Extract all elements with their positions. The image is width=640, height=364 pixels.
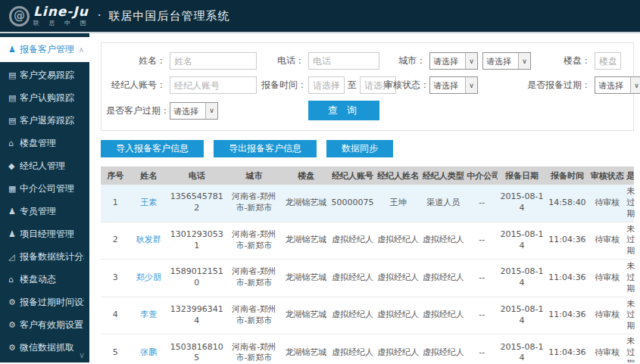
cell-phone: 15038168105 — [167, 334, 226, 362]
phone-input[interactable] — [308, 52, 379, 70]
search-button[interactable]: 查 询 — [308, 101, 379, 120]
sidebar-item[interactable]: ◆ 经纪人管理 — [0, 154, 89, 177]
sidebar-item-label: 楼盘管理 — [20, 137, 56, 150]
sidebar-item[interactable]: ▤ 客户交易跟踪 — [0, 64, 89, 86]
sidebar-item[interactable]: ♟ 报备客户管理 ∧ — [0, 37, 89, 62]
table-row[interactable]: 2 耿发群 13012930531 河南省-郑州市-新郑市 龙湖锦艺城 虚拟经纪… — [101, 222, 634, 260]
sidebar-item-icon: ⌂ — [8, 275, 20, 285]
cell-name-link[interactable]: 郑少朋 — [130, 260, 167, 297]
sidebar-item-label: 项目经理管理 — [20, 228, 74, 241]
sidebar-item-label: 专员管理 — [20, 205, 56, 218]
report-expired-select[interactable]: 请选择 ∨ — [595, 76, 640, 94]
page-title: 联居中国后台管理系统 — [108, 9, 229, 23]
cell-agent-name: 虚拟经纪人 — [376, 222, 421, 260]
sidebar-item-icon: ♟ — [8, 207, 20, 216]
cell-report-time: 11:04:36 — [546, 297, 588, 334]
sidebar-item[interactable]: ▤ 客户认购跟踪 — [0, 86, 89, 109]
customer-expired-label: 是否客户过期： — [106, 104, 170, 117]
col-header-city: 城市 — [226, 166, 282, 185]
cell-phone: 13565457812 — [167, 185, 226, 222]
cell-company: -- — [466, 334, 498, 362]
cell-name-link[interactable]: 耿发群 — [130, 222, 167, 260]
sidebar-item[interactable]: ▤ 客户退筹跟踪 — [0, 109, 89, 132]
import-customers-button[interactable]: 导入报备客户信息 — [101, 140, 204, 157]
cell-report-date: 2015-08-14 — [498, 297, 545, 334]
cell-estate: 龙湖锦艺城 — [282, 260, 329, 297]
cell-estate: 龙湖锦艺城 — [282, 185, 329, 222]
cell-estate: 龙湖锦艺城 — [282, 222, 329, 260]
data-sync-button[interactable]: 数据同步 — [326, 140, 393, 157]
cell-agent-name: 虚拟经纪人 — [376, 260, 421, 297]
sidebar-item-icon: ⚙ — [8, 297, 20, 307]
cell-phone: 13012930531 — [167, 222, 226, 260]
cell-audit-status: 待审核 — [588, 334, 626, 362]
cell-audit-status: 待审核 — [588, 222, 626, 260]
cell-audit-status: 待审核 — [588, 260, 626, 297]
col-header-report-expired: 是否报备过期 — [626, 166, 634, 185]
sidebar-item[interactable]: ⚙ 报备过期时间设置 — [0, 291, 89, 313]
sidebar-item-label: 客户退筹跟踪 — [20, 114, 74, 127]
agent-account-label: 经纪人账号： — [106, 79, 170, 92]
sidebar-item[interactable]: ◿ 报备数据统计分析 — [0, 245, 89, 268]
cell-agent-name: 虚拟经纪人 — [376, 297, 421, 334]
col-header-report-date: 报备日期 — [498, 166, 545, 185]
sidebar-item-icon: ◿ — [8, 252, 20, 262]
cell-estate: 龙湖锦艺城 — [282, 297, 329, 334]
sidebar-item-icon: ◆ — [8, 161, 20, 171]
sidebar-item[interactable]: ▦ 中介公司管理 — [0, 177, 89, 200]
customer-expired-select[interactable]: 请选择 ∨ — [170, 102, 218, 120]
cell-company: -- — [466, 260, 498, 297]
cell-city: 河南省-郑州市-新郑市 — [226, 222, 282, 260]
cell-report-expired: 未过期 — [626, 334, 634, 362]
agent-account-input[interactable] — [170, 76, 257, 94]
sidebar-nav: ∨ ♟ 报备客户管理 ∧ ▤ 客户交易跟踪 ▤ 客户认购跟踪 ▤ 客户退筹跟踪 — [0, 33, 89, 362]
phone-label: 电话： — [261, 54, 308, 67]
cell-name-link[interactable]: 李萱 — [130, 297, 167, 334]
col-header-agent-name: 经纪人姓名 — [376, 166, 421, 185]
cell-name-link[interactable]: 张鹏 — [130, 334, 167, 362]
table-row[interactable]: 3 郑少朋 15890121510 河南省-郑州市-新郑市 龙湖锦艺城 虚拟经纪… — [101, 260, 634, 297]
cell-report-expired: 未过期 — [626, 260, 634, 297]
cell-agent-account: 50000075 — [330, 185, 376, 222]
col-header-company: 中介公司 — [466, 166, 498, 185]
chevron-up-icon: ∧ — [79, 45, 84, 54]
cell-agent-type: 虚拟经纪人 — [420, 222, 466, 260]
sidebar-item-label: 报备数据统计分析 — [20, 250, 84, 263]
table-row[interactable]: 4 李萱 13239963414 河南省-郑州市-新郑市 龙湖锦艺城 虚拟经纪人… — [101, 297, 634, 334]
name-input[interactable] — [170, 52, 257, 70]
sidebar-item[interactable]: ♟ 项目经理管理 — [0, 222, 89, 245]
sidebar-item-label: 客户有效期设置 — [20, 319, 83, 331]
sidebar-item[interactable]: ⚙ 客户有效期设置 — [0, 313, 89, 336]
sidebar-item-label: 报备客户管理 — [20, 43, 74, 56]
sidebar-item[interactable]: ⌂ 楼盘管理 — [0, 132, 89, 154]
sidebar-item-icon: ♟ — [8, 45, 20, 54]
cell-agent-type: 虚拟经纪人 — [420, 260, 466, 297]
export-customers-button[interactable]: 导出报备客户信息 — [214, 140, 317, 157]
sidebar-scroll-down-icon[interactable]: ∨ — [79, 350, 85, 360]
city-province-select[interactable]: 请选择 ∨ — [429, 52, 478, 70]
cell-report-expired: 未过期 — [626, 297, 634, 334]
table-row[interactable]: 1 王素 13565457812 河南省-郑州市-新郑市 龙湖锦艺城 50000… — [101, 185, 634, 222]
cell-report-time: 11:04:36 — [546, 334, 588, 362]
cell-audit-status: 待审核 — [588, 185, 626, 222]
logo-brand-name: Line-Ju — [33, 5, 90, 18]
sidebar-item[interactable]: ⌂ 楼盘动态 — [0, 268, 89, 291]
cell-agent-type: 虚拟经纪人 — [420, 334, 466, 362]
col-header-report-time: 报备时间 — [546, 166, 588, 185]
estate-input[interactable] — [595, 52, 621, 70]
sidebar-item[interactable]: ⚙ 微信数据抓取 — [0, 336, 89, 359]
table-row[interactable]: 5 张鹏 15038168105 河南省-郑州市-新郑市 龙湖锦艺城 虚拟经纪人… — [101, 334, 634, 362]
cell-name-link[interactable]: 王素 — [130, 185, 167, 222]
sidebar-item[interactable]: ♟ 专员管理 — [0, 200, 89, 222]
audit-status-select[interactable]: 请选择 ∨ — [429, 76, 478, 94]
city-district-select[interactable]: 请选择 ∨ — [482, 52, 531, 70]
cell-agent-name: 王坤 — [376, 185, 421, 222]
col-header-index: 序号 — [101, 166, 130, 185]
chevron-down-icon: ∨ — [465, 77, 477, 93]
report-time-from-input[interactable] — [308, 76, 345, 94]
cell-agent-type: 渠道人员 — [420, 185, 466, 222]
name-label: 姓名： — [106, 54, 170, 67]
cell-report-date: 2015-08-14 — [498, 222, 545, 260]
date-range-to-label: 至 — [348, 79, 357, 92]
sidebar-item-icon: ▤ — [8, 116, 20, 126]
